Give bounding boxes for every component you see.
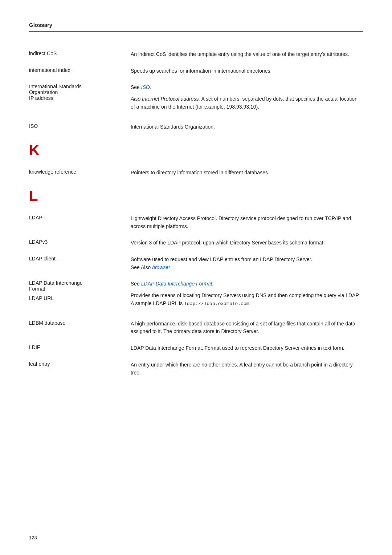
- def-knowledge-reference: Pointers to directory information stored…: [131, 169, 363, 177]
- ldif-see-prefix: See: [131, 281, 141, 287]
- def-ldif-see: See LDAP Data Interchange Format.: [131, 280, 363, 288]
- def-ldap-url: Provides the means of locating Directory…: [131, 292, 363, 308]
- page: Glossary indirect CoS An indirect CoS id…: [0, 0, 392, 555]
- glossary-entry-iso-address: International Standards Organization IP …: [29, 79, 363, 119]
- glossary-entry-indirect-cos: indirect CoS An indirect CoS identifies …: [29, 46, 363, 63]
- glossary-entry-ldap: LDAP Lightweight Directory Access Protoc…: [29, 210, 363, 235]
- term-ip-address: IP address: [29, 95, 123, 101]
- def-col-iso-address: See ISO. Also Internet Protocol address.…: [131, 84, 363, 114]
- glossary-entry-iso: ISO International Standards Organization…: [29, 119, 363, 135]
- page-header: Glossary: [29, 22, 363, 32]
- def-see-prefix: See: [131, 84, 141, 90]
- ldif-link[interactable]: LDAP Data Interchange Format: [141, 281, 212, 287]
- def-ip-address: Also Internet Protocol address. A set of…: [131, 95, 363, 111]
- def-ldapv3: Version 3 of the LDAP protocol, upon whi…: [131, 239, 363, 247]
- seealso-prefix: See Also: [131, 264, 152, 270]
- ldap-url-mono: ldap://ldap.example.com: [184, 301, 249, 307]
- glossary-entry-ldbm: LDBM database A high-performance, disk-b…: [29, 316, 363, 340]
- term-ldap: LDAP: [29, 215, 131, 230]
- term-indirect-cos: indirect CoS: [29, 50, 131, 58]
- term-format: Format: [29, 286, 123, 292]
- glossary-entry-leaf-entry: leaf entry An entry under which there ar…: [29, 357, 363, 381]
- term-international-index: international index: [29, 67, 131, 75]
- def-col-ldap-dif: See LDAP Data Interchange Format. Provid…: [131, 280, 363, 311]
- term-group-ldap-dif: LDAP Data Interchange Format LDAP URL: [29, 280, 131, 311]
- term-ldap-data-interchange: LDAP Data Interchange: [29, 280, 123, 286]
- page-number: 128: [29, 535, 37, 540]
- term-international-standards: International Standards: [29, 84, 123, 89]
- def-ldap-client-seealso: See Also browser.: [131, 264, 363, 272]
- term-ldapv3: LDAPv3: [29, 239, 131, 247]
- page-title: Glossary: [29, 22, 52, 28]
- glossary-entry-ldapv3: LDAPv3 Version 3 of the LDAP protocol, u…: [29, 235, 363, 251]
- iso-link[interactable]: ISO: [141, 84, 150, 90]
- ldif-dot: .: [212, 281, 213, 287]
- browser-link[interactable]: browser: [152, 264, 170, 270]
- glossary-entry-ldap-client: LDAP client Software used to request and…: [29, 251, 363, 276]
- ip-address-italic: Also Internet Protocol address.: [131, 96, 200, 102]
- def-ldbm: A high-performance, disk-based database …: [131, 320, 363, 336]
- def-leaf-entry: An entry under which there are no other …: [131, 361, 363, 377]
- def-iso: International Standards Organization.: [131, 123, 363, 131]
- term-knowledge-reference: knowledge reference: [29, 169, 131, 177]
- term-iso: ISO: [29, 123, 131, 131]
- term-organization: Organization: [29, 89, 123, 95]
- def-international-index: Speeds up searches for information in in…: [131, 67, 363, 75]
- glossary-entry-international-index: international index Speeds up searches f…: [29, 63, 363, 80]
- def-indirect-cos: An indirect CoS identifies the template …: [131, 50, 363, 58]
- def-ldif: LDAP Data Interchange Format. Format use…: [131, 344, 363, 352]
- glossary-entry-ldap-dif: LDAP Data Interchange Format LDAP URL Se…: [29, 276, 363, 316]
- term-ldbm: LDBM database: [29, 320, 131, 336]
- glossary-entry-ldif: LDIF LDAP Data Interchange Format. Forma…: [29, 340, 363, 357]
- page-footer: 128: [29, 532, 363, 540]
- seealso-dot: .: [170, 264, 172, 270]
- term-ldap-client: LDAP client: [29, 256, 131, 271]
- term-ldif: LDIF: [29, 344, 131, 352]
- def-ldap-client-text: Software used to request and view LDAP e…: [131, 256, 363, 264]
- def-ldap: Lightweight Directory Access Protocol. D…: [131, 215, 363, 230]
- term-ldap-url: LDAP URL: [29, 295, 123, 301]
- glossary-entry-knowledge-reference: knowledge reference Pointers to director…: [29, 165, 363, 181]
- term-leaf-entry: leaf entry: [29, 361, 131, 377]
- section-letter-k: K: [29, 143, 363, 157]
- term-group-iso-address: International Standards Organization IP …: [29, 84, 131, 114]
- def-iso-see: See ISO.: [131, 84, 363, 92]
- ldap-url-end: .: [249, 300, 251, 306]
- def-ldap-client: Software used to request and view LDAP e…: [131, 256, 363, 271]
- section-letter-l: L: [29, 189, 363, 203]
